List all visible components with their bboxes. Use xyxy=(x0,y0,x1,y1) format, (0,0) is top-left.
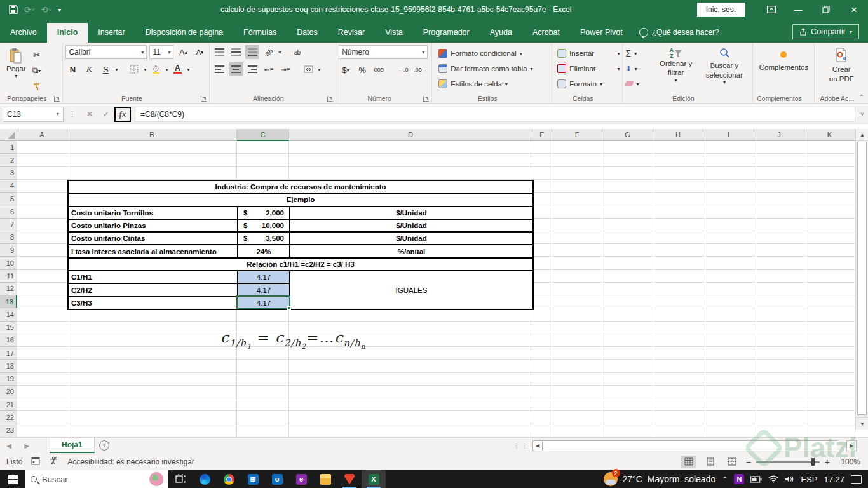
column-header-K[interactable]: K xyxy=(804,129,855,141)
column-header-C[interactable]: C xyxy=(237,129,289,141)
row-header-1[interactable]: 1 xyxy=(0,141,17,154)
brave-icon[interactable] xyxy=(337,470,362,488)
column-header-H[interactable]: H xyxy=(653,129,703,141)
row-header-10[interactable]: 10 xyxy=(0,257,17,269)
normal-view-icon[interactable] xyxy=(681,456,696,468)
minimize-button[interactable]: — xyxy=(784,0,812,19)
row-header-8[interactable]: 8 xyxy=(0,231,17,244)
orientation-dropdown[interactable]: ▾ xyxy=(278,50,281,55)
row-header-17[interactable]: 17 xyxy=(0,347,17,360)
align-middle-icon[interactable] xyxy=(229,45,243,59)
vertical-scroll-thumb[interactable] xyxy=(857,142,867,415)
column-header-J[interactable]: J xyxy=(754,129,804,141)
file-explorer-icon[interactable] xyxy=(313,470,337,488)
outlook-icon[interactable]: o xyxy=(265,470,289,488)
column-header-A[interactable]: A xyxy=(17,129,67,141)
zoom-thumb[interactable] xyxy=(811,458,815,466)
column-header-D[interactable]: D xyxy=(289,129,532,141)
zoom-slider[interactable]: − + xyxy=(746,457,830,467)
merge-dropdown[interactable]: ▾ xyxy=(318,67,320,72)
copy-icon[interactable]: ⧉▾ xyxy=(30,64,44,78)
orientation-icon[interactable]: ab xyxy=(259,43,279,62)
tab-disposicion[interactable]: Disposición de página xyxy=(135,23,233,43)
create-pdf-button[interactable]: Crear un PDF xyxy=(817,45,865,86)
accessibility-icon[interactable] xyxy=(49,456,58,467)
sheet-nav-left-icon[interactable]: ◀ xyxy=(0,438,18,453)
row-header-7[interactable]: 7 xyxy=(0,219,17,231)
alignment-dialog-launcher[interactable] xyxy=(327,96,333,102)
tab-vista[interactable]: Vista xyxy=(375,23,413,43)
align-left-icon[interactable] xyxy=(212,62,226,76)
font-color-dropdown[interactable]: ▾ xyxy=(187,67,189,72)
add-sheet-button[interactable]: + xyxy=(95,438,114,453)
collapse-ribbon-icon[interactable]: ⌃ xyxy=(859,93,864,100)
confirm-entry-icon[interactable]: ✓ xyxy=(98,107,114,122)
row-header-23[interactable]: 23 xyxy=(0,424,17,437)
row-header-19[interactable]: 19 xyxy=(0,373,17,386)
battery-icon[interactable] xyxy=(750,476,762,483)
underline-dropdown[interactable]: ▾ xyxy=(115,67,118,72)
ratio-cell[interactable]: 4.17 xyxy=(238,271,290,283)
zoom-percentage[interactable]: 100% xyxy=(836,458,860,466)
row-header-3[interactable]: 3 xyxy=(0,167,17,180)
merge-center-icon[interactable] xyxy=(301,62,315,76)
onenote-tray-icon[interactable]: N xyxy=(734,474,744,484)
share-button[interactable]: Compartir ▾ xyxy=(792,24,859,39)
format-as-table-button[interactable]: Dar formato como tabla▾ xyxy=(438,62,549,76)
column-header-E[interactable]: E xyxy=(532,129,552,141)
macro-record-icon[interactable] xyxy=(31,457,40,467)
borders-icon[interactable] xyxy=(127,62,141,76)
tab-acrobat[interactable]: Acrobat xyxy=(522,23,570,43)
save-icon[interactable] xyxy=(9,5,18,14)
tab-formulas[interactable]: Fórmulas xyxy=(233,23,287,43)
percent-format-icon[interactable]: % xyxy=(355,63,369,77)
format-cells-button[interactable]: Formato▾ xyxy=(557,77,620,91)
redo-icon[interactable]: ⟳˅ xyxy=(24,5,35,15)
task-view-icon[interactable] xyxy=(168,470,193,488)
ratio-cell selected-cell[interactable]: 4.17 xyxy=(238,297,290,309)
name-box-dropdown[interactable]: ▾ xyxy=(57,111,59,117)
tab-split-handle[interactable]: ⋮⋮ xyxy=(513,438,532,453)
row-header-15[interactable]: 15 xyxy=(0,322,17,334)
tab-inicio[interactable]: Inicio xyxy=(47,23,88,43)
sort-filter-button[interactable]: AZ Ordenar y filtrar▾ xyxy=(653,45,698,92)
font-dialog-launcher[interactable] xyxy=(201,96,207,102)
scroll-down-icon[interactable]: ▼ xyxy=(856,417,868,430)
clipboard-dialog-launcher[interactable] xyxy=(54,96,60,102)
row-header-2[interactable]: 2 xyxy=(0,154,17,166)
decrease-decimal-icon[interactable]: .00→ xyxy=(412,63,429,77)
row-header-9[interactable]: 9 xyxy=(0,244,17,257)
number-dialog-launcher[interactable] xyxy=(423,96,429,102)
increase-indent-icon[interactable]: ⇥≡ xyxy=(278,62,292,76)
horizontal-scrollbar[interactable]: ◀ ▶ xyxy=(532,438,857,453)
font-name-combo[interactable]: Calibri▾ xyxy=(65,45,147,59)
store-icon[interactable]: ⊞ xyxy=(241,470,265,488)
align-right-icon[interactable] xyxy=(245,62,259,76)
row-header-16[interactable]: 16 xyxy=(0,334,17,347)
fill-color-dropdown[interactable]: ▾ xyxy=(165,67,168,72)
align-center-icon[interactable] xyxy=(229,62,243,76)
bold-button[interactable]: N xyxy=(65,62,79,76)
borders-dropdown[interactable]: ▾ xyxy=(144,67,146,72)
customize-qat-icon[interactable]: ▾ xyxy=(58,6,61,13)
wifi-icon[interactable] xyxy=(768,475,778,483)
fill-button[interactable]: ⬇▾ xyxy=(625,62,653,76)
grow-font-icon[interactable]: A▴ xyxy=(176,45,190,59)
sheet-nav-right-icon[interactable]: ▶ xyxy=(18,438,36,453)
row-header-22[interactable]: 22 xyxy=(0,411,17,424)
cancel-entry-icon[interactable]: ✕ xyxy=(81,107,98,122)
cell-styles-button[interactable]: Estilos de celda▾ xyxy=(438,77,549,91)
font-color-icon[interactable]: A xyxy=(170,62,184,76)
tab-archivo[interactable]: Archivo xyxy=(0,23,47,43)
ribbon-display-options-icon[interactable] xyxy=(759,0,784,19)
clear-button[interactable]: ▾ xyxy=(625,77,653,91)
row-header-12[interactable]: 12 xyxy=(0,283,17,295)
row-header-11[interactable]: 11 xyxy=(0,270,17,283)
sheet-tab-hoja1[interactable]: Hoja1 xyxy=(50,438,95,453)
taskbar-search[interactable]: Buscar xyxy=(25,470,168,488)
number-format-combo[interactable]: Número▾ xyxy=(339,45,428,59)
horizontal-scroll-thumb[interactable] xyxy=(543,440,837,451)
tab-revisar[interactable]: Revisar xyxy=(328,23,375,43)
page-layout-view-icon[interactable] xyxy=(703,456,718,468)
align-top-icon[interactable] xyxy=(212,45,226,59)
